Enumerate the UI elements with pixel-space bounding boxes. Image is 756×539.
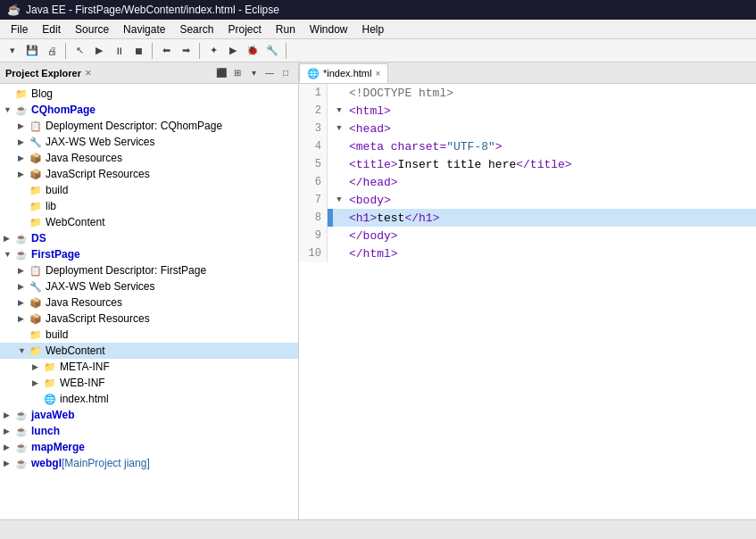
code-line[interactable]: 9</body>	[299, 227, 756, 245]
toolbar-save-btn[interactable]: 💾	[23, 42, 41, 60]
tree-node-icon: 📁	[43, 360, 57, 374]
menu-item-run[interactable]: Run	[269, 21, 303, 37]
tree-item[interactable]: ▶🔧JAX-WS Web Services	[0, 278, 298, 294]
tree-item-label: DS	[31, 232, 46, 245]
toolbar-run2-btn[interactable]: ▶	[224, 42, 242, 60]
tree-item[interactable]: ▶📦JavaScript Resources	[0, 166, 298, 182]
tree-item-label: WebContent	[46, 216, 105, 228]
tree-item[interactable]: ▶📋Deployment Descriptor: CQhomPage	[0, 118, 298, 134]
editor-content[interactable]: 1<!DOCTYPE html>2▼<html>3▼<head>4<meta c…	[299, 84, 756, 519]
tree-item[interactable]: ▶☕javaWeb	[0, 407, 298, 423]
toolbar-debug-btn[interactable]: 🐞	[244, 42, 262, 60]
toolbar-new-btn[interactable]: ▾	[4, 42, 21, 60]
code-arrow	[333, 84, 345, 102]
menu-item-search[interactable]: Search	[172, 21, 220, 37]
code-line[interactable]: 8<h1>test</h1>	[299, 209, 756, 227]
code-line[interactable]: 5<title>Insert title here</title>	[299, 155, 756, 173]
explorer-collapse-btn[interactable]: ⬛	[214, 66, 228, 80]
toolbar-back-btn[interactable]: ⬅	[157, 42, 175, 60]
tree-item[interactable]: ▼📁WebContent	[0, 343, 298, 359]
tree-item[interactable]: ▶📦Java Resources	[0, 294, 298, 311]
menu-item-help[interactable]: Help	[355, 21, 392, 37]
menu-item-edit[interactable]: Edit	[35, 21, 68, 37]
menu-bar: FileEditSourceNavigateSearchProjectRunWi…	[0, 20, 756, 39]
tree-item[interactable]: ▶📁META-INF	[0, 359, 298, 375]
tree-item-label: Deployment Descriptor: FirstPage	[46, 264, 206, 277]
tree-item-label: build	[46, 328, 68, 341]
tab-close-btn[interactable]: ×	[375, 69, 380, 79]
code-line[interactable]: 2▼<html>	[299, 102, 756, 120]
toolbar-fwd-btn[interactable]: ➡	[177, 42, 195, 60]
code-line[interactable]: 1<!DOCTYPE html>	[299, 84, 756, 102]
explorer-max-btn[interactable]: □	[278, 66, 293, 80]
toolbar-run-btn[interactable]: ▶	[90, 42, 108, 60]
code-line[interactable]: 3▼<head>	[299, 120, 756, 137]
menu-item-file[interactable]: File	[4, 21, 35, 37]
tab-label: *index.html	[323, 68, 371, 79]
tree-item[interactable]: 📁Blog	[0, 86, 298, 102]
code-text: </head>	[345, 173, 756, 191]
code-token: <title>	[349, 158, 398, 171]
explorer-min-btn[interactable]: —	[262, 66, 277, 80]
explorer-layout-btn[interactable]: ⊞	[230, 66, 245, 80]
tree-item[interactable]: ▶☕lunch	[0, 423, 298, 439]
code-token: </body>	[349, 229, 398, 243]
code-token: </title>	[516, 158, 571, 171]
tree-node-icon: ☕	[14, 456, 29, 470]
tree-arrow-icon: ▼	[4, 105, 14, 114]
tree-item[interactable]: ▶📦JavaScript Resources	[0, 311, 298, 327]
tree-node-icon: ☕	[14, 247, 29, 261]
toolbar-ext-btn[interactable]: 🔧	[263, 42, 281, 60]
tree-item[interactable]: 📁build	[0, 327, 298, 343]
tree-item[interactable]: ▶📦Java Resources	[0, 150, 298, 166]
tree-item-label: JavaScript Resources	[46, 312, 150, 325]
code-token: <head>	[349, 122, 391, 136]
tree-item[interactable]: ▶☕DS	[0, 230, 298, 246]
code-line[interactable]: 7▼<body>	[299, 191, 756, 209]
tree-item[interactable]: 🌐index.html	[0, 391, 298, 407]
explorer-header: Project Explorer ✕ ⬛ ⊞ ▾ — □	[0, 62, 298, 84]
menu-item-source[interactable]: Source	[68, 21, 116, 37]
code-arrow	[333, 173, 345, 191]
code-line[interactable]: 10</html>	[299, 245, 756, 262]
line-number: 6	[299, 173, 328, 191]
line-number: 5	[299, 155, 328, 173]
tree-item-label: JAX-WS Web Services	[46, 136, 154, 148]
toolbar-sun-btn[interactable]: ✦	[204, 42, 222, 60]
tree-item[interactable]: ▼☕FirstPage	[0, 246, 298, 262]
tree-node-icon: 🌐	[43, 392, 57, 406]
code-token: "UTF-8"	[446, 140, 495, 153]
toolbar-print-btn[interactable]: 🖨	[43, 42, 61, 60]
toolbar-sep-4	[286, 43, 287, 59]
menu-item-window[interactable]: Window	[303, 21, 355, 37]
code-line[interactable]: 6</head>	[299, 173, 756, 191]
explorer-chevron-btn[interactable]: ▾	[246, 66, 261, 80]
tree-item[interactable]: ▼☕CQhomPage	[0, 102, 298, 118]
tree-node-icon: 📦	[29, 311, 43, 326]
tree-item-label: JavaScript Resources	[46, 168, 150, 180]
toolbar-sep-1	[65, 43, 66, 59]
tree-arrow-icon: ▶	[18, 282, 29, 291]
tree-item[interactable]: ▶📋Deployment Descriptor: FirstPage	[0, 262, 298, 278]
code-line[interactable]: 4<meta charset="UTF-8">	[299, 137, 756, 155]
line-number: 10	[299, 245, 328, 262]
tree-node-icon: 🔧	[29, 279, 43, 294]
editor-tab-index-html[interactable]: 🌐 *index.html ×	[299, 63, 388, 83]
tree-item[interactable]: 📁lib	[0, 198, 298, 214]
toolbar-pause-btn[interactable]: ⏸	[110, 42, 128, 60]
tree-item-label: lunch	[31, 425, 60, 437]
menu-item-navigate[interactable]: Navigate	[116, 21, 172, 37]
tree-item[interactable]: ▶📁WEB-INF	[0, 375, 298, 391]
code-token: </html>	[349, 247, 398, 261]
toolbar-cursor-btn[interactable]: ↖	[71, 42, 88, 60]
tree-item[interactable]: ▶☕mapMerge	[0, 439, 298, 455]
tree-item[interactable]: ▶☕webgl [MainProject jiang]	[0, 455, 298, 471]
tree-item[interactable]: 📁build	[0, 182, 298, 198]
code-arrow: ▼	[333, 102, 345, 120]
menu-item-project[interactable]: Project	[220, 21, 268, 37]
toolbar-stop-btn[interactable]: ⏹	[129, 42, 147, 60]
line-number: 7	[299, 191, 328, 209]
tree-item[interactable]: 📁WebContent	[0, 214, 298, 230]
tree-item-label: META-INF	[60, 361, 110, 373]
tree-item[interactable]: ▶🔧JAX-WS Web Services	[0, 134, 298, 150]
